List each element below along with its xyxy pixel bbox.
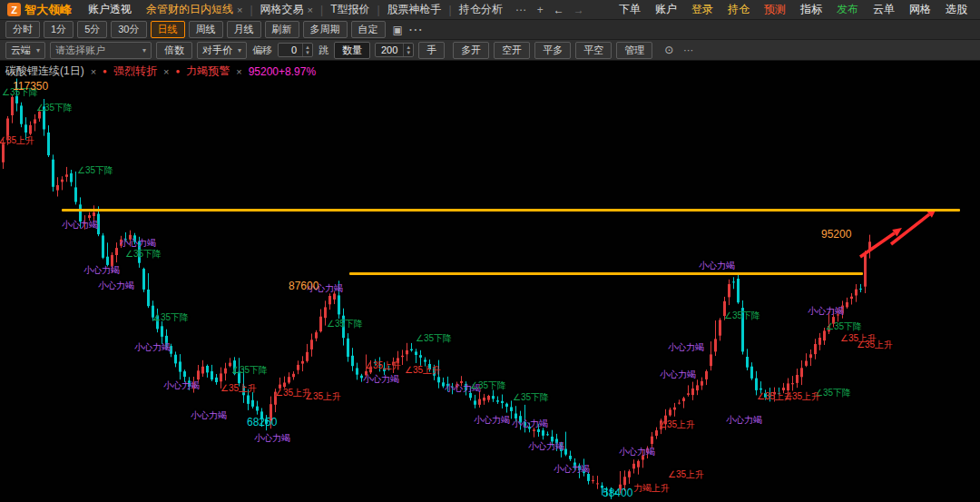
period-button-3[interactable]: 5分 [77, 21, 107, 38]
tabs-more-button[interactable]: ⋯ [515, 4, 526, 16]
menu-item-10[interactable]: 选股 [946, 2, 967, 17]
period-button-7[interactable]: 月线 [227, 21, 261, 38]
period-more-button[interactable]: ⋯ [408, 21, 423, 38]
order-button-1[interactable]: 多开 [453, 42, 489, 59]
signal-annotation: ∠35上升 [659, 420, 695, 429]
signal-annotation: 小心力竭 [808, 307, 844, 316]
menu-item-9[interactable]: 网格 [909, 2, 931, 17]
signal-annotation: 小心力竭 [699, 261, 735, 271]
instrument-label: 碳酸锂连续(1日) [5, 64, 84, 79]
menu-item-4[interactable]: 持仓 [728, 2, 750, 17]
draw-tools-icon[interactable]: ▣ [393, 24, 403, 36]
signal-annotation: 小心力竭 [83, 266, 120, 275]
period-button-6[interactable]: 周线 [189, 21, 223, 38]
chart-legend: 碳酸锂连续(1日) × ● 强烈转折 × ● 力竭预警 × 95200+8.97… [5, 64, 316, 79]
close-icon[interactable]: × [236, 66, 241, 77]
add-tab-button[interactable]: + [537, 4, 544, 16]
period-button-5[interactable]: 日线 [151, 21, 185, 38]
menu-item-3[interactable]: 登录 [691, 2, 713, 17]
titlebar-menu: 下单账户登录持仓预测指标发布云单网格选股 [619, 2, 973, 17]
nav-forward-icon[interactable]: → [573, 4, 584, 16]
stepper-arrows-icon[interactable]: ▲▼ [403, 44, 413, 56]
titlebar: Z 智大领峰 账户透视 余管财的日内短线×|网格交易×|T型报价|股票神枪手|持… [0, 0, 980, 20]
period-button-4[interactable]: 30分 [111, 21, 146, 38]
signal-annotation: 小心力竭 [512, 419, 548, 428]
signal-annotation: 小心力竭 [120, 239, 156, 248]
candlestick-chart [0, 61, 980, 502]
menu-item-6[interactable]: 指标 [800, 2, 822, 17]
menu-item-1[interactable]: 下单 [619, 2, 641, 17]
tab-label: T型报价 [330, 2, 369, 17]
trend-line-2[interactable] [349, 272, 863, 275]
menu-item-7[interactable]: 发布 [837, 2, 858, 17]
signal-annotation: ∠35下降 [231, 366, 268, 375]
indicator-dot-icon: ● [175, 67, 180, 75]
signal-annotation: ∠35下降 [724, 311, 760, 320]
signal-annotation: 小心力竭 [554, 465, 590, 474]
offset-label: 偏移 [252, 44, 272, 57]
cloud-select[interactable]: 云端 ▾ [5, 42, 45, 59]
order-button-4[interactable]: 平空 [575, 42, 612, 59]
order-button-2[interactable]: 空开 [494, 42, 530, 59]
signal-annotation: 小心力竭 [163, 381, 200, 390]
period-button-10[interactable]: 自定 [351, 21, 386, 38]
offset-stepper[interactable]: 0 ▲▼ [278, 43, 313, 57]
signal-annotation: 小心力竭 [474, 416, 510, 425]
close-icon[interactable]: × [163, 66, 169, 77]
signal-annotation: ∠35下降 [470, 381, 506, 390]
price-label: 58400 [603, 487, 632, 498]
tab-2[interactable]: 网格交易× [253, 2, 320, 17]
price-label: 68250 [247, 417, 277, 428]
target-icon[interactable]: ⊙ [664, 44, 673, 56]
period-button-9[interactable]: 多周期 [303, 21, 348, 38]
trade-toolbar: 云端 ▾ 请选择账户 ▾ 倍数 对手价 ▾ 偏移 0 ▲▼ 跳 数量 200 ▲… [0, 40, 980, 61]
nav-back-icon[interactable]: ← [554, 4, 564, 16]
tab-3[interactable]: T型报价 [323, 2, 377, 17]
quantity-mode-button[interactable]: 数量 [334, 42, 370, 59]
close-icon[interactable]: × [91, 66, 96, 77]
tab-label: 持仓分析 [459, 2, 503, 17]
trade-more-button[interactable]: ⋯ [683, 44, 693, 56]
price-mode-select[interactable]: 对手价 ▾ [197, 42, 247, 59]
account-select[interactable]: 请选择账户 ▾ [50, 42, 152, 59]
signal-annotation: ∠35下降 [416, 334, 452, 343]
signal-annotation: 力竭上升 [633, 484, 670, 493]
signal-annotation: ∠35上升 [784, 392, 820, 401]
signal-annotation: ∠35下降 [513, 393, 549, 402]
period-button-1[interactable]: 分时 [5, 21, 40, 38]
chevron-down-icon: ▾ [238, 46, 241, 54]
stepper-arrows-icon[interactable]: ▲▼ [302, 44, 312, 56]
chart-area[interactable]: 小心力竭小心力竭小心力竭小心力竭小心力竭小心力竭小心力竭小心力竭小心力竭小心力竭… [0, 61, 980, 502]
tab-5[interactable]: 持仓分析 [452, 2, 510, 17]
offset-unit-label: 跳 [318, 44, 328, 57]
quantity-stepper[interactable]: 200 ▲▼ [375, 43, 414, 57]
signal-annotation: ∠35上升 [668, 470, 704, 479]
signal-annotation: ∠35下降 [327, 320, 363, 329]
menu-account-view[interactable]: 账户透视 [88, 2, 132, 17]
menu-item-5[interactable]: 预测 [764, 2, 786, 17]
period-button-8[interactable]: 刷新 [265, 21, 299, 38]
trend-line-1[interactable] [62, 209, 960, 212]
quote-label: 95200+8.97% [249, 65, 316, 78]
signal-annotation: ∠35下降 [77, 166, 113, 175]
app-logo: Z 智大领峰 [7, 2, 72, 18]
signal-annotation: 小心力竭 [668, 343, 704, 352]
menu-item-8[interactable]: 云单 [873, 2, 895, 17]
account-select-placeholder: 请选择账户 [55, 44, 105, 57]
tab-label: 网格交易 [260, 2, 304, 17]
menu-item-2[interactable]: 账户 [655, 2, 677, 17]
tab-1[interactable]: 余管财的日内短线× [139, 2, 250, 17]
close-icon[interactable]: × [237, 5, 242, 15]
signal-annotation: ∠35下降 [152, 313, 189, 322]
close-icon[interactable]: × [308, 5, 313, 15]
quantity-unit-button[interactable]: 手 [418, 42, 445, 59]
signal-annotation: ∠35上升 [220, 384, 257, 393]
multiplier-button[interactable]: 倍数 [156, 42, 192, 59]
order-button-3[interactable]: 平多 [534, 42, 571, 59]
indicator-2-label: 力竭预警 [186, 64, 230, 79]
signal-annotation: 小心力竭 [363, 375, 399, 384]
signal-annotation: 小心力竭 [191, 411, 227, 420]
period-button-2[interactable]: 1分 [44, 21, 74, 38]
tab-4[interactable]: 股票神枪手 [380, 2, 449, 17]
order-button-5[interactable]: 管理 [616, 42, 652, 59]
